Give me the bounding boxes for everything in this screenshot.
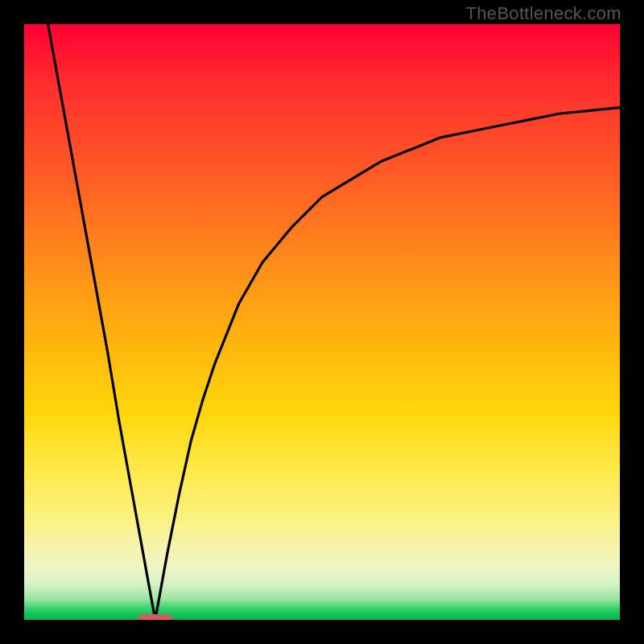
- bottleneck-curve: [24, 24, 620, 620]
- plot-area: [24, 24, 620, 620]
- chart-frame: TheBottleneck.com: [0, 0, 644, 644]
- optimum-marker: [138, 614, 173, 620]
- attribution-text: TheBottleneck.com: [466, 3, 621, 24]
